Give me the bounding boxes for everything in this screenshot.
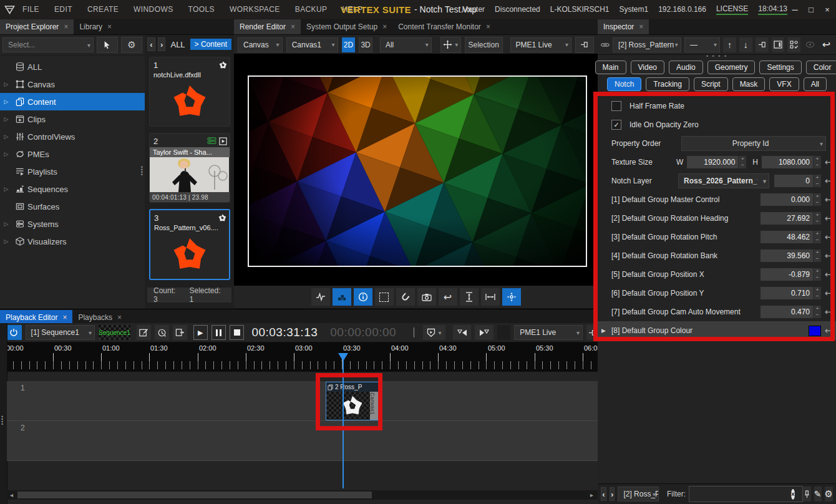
- pin-inspector-button[interactable]: [756, 37, 769, 52]
- value-field[interactable]: -0.879: [761, 268, 813, 281]
- content-item-ross-pattern[interactable]: 3 Ross_Pattern_v06....: [149, 209, 230, 280]
- revert-button[interactable]: ↩: [820, 37, 833, 52]
- maximize-button[interactable]: □: [805, 5, 817, 14]
- texture-height-stepper[interactable]: +−: [813, 156, 821, 168]
- close-button[interactable]: ×: [821, 5, 834, 14]
- sequence-thumbnail[interactable]: Sequence1: [99, 325, 130, 340]
- pause-button[interactable]: [211, 325, 226, 340]
- tree-item-visualizers[interactable]: ▷ Visualizers: [0, 233, 145, 250]
- value-field[interactable]: 48.462: [761, 231, 813, 243]
- canvas-type-dropdown[interactable]: Canvas▾: [238, 37, 283, 52]
- revert-icon[interactable]: ↩: [821, 288, 836, 299]
- canvas-select-dropdown[interactable]: Canvas1▾: [286, 37, 338, 52]
- fit-horizontal-button[interactable]: [481, 288, 500, 306]
- value-field[interactable]: 0.710: [761, 287, 813, 299]
- menu-backup[interactable]: BACKUP: [295, 5, 328, 14]
- breadcrumb-all[interactable]: ALL: [170, 40, 185, 49]
- mode-2d-button[interactable]: 2D: [342, 37, 356, 52]
- notch-layer-stepper[interactable]: +−: [813, 175, 821, 187]
- nav-forward-button[interactable]: ›: [158, 37, 166, 51]
- menu-windows[interactable]: WINDOWS: [134, 5, 173, 14]
- revert-icon[interactable]: ↩: [821, 213, 836, 224]
- value-field[interactable]: 39.560: [761, 250, 813, 262]
- edit-sequence-button[interactable]: [137, 325, 151, 340]
- inspector-target-dropdown[interactable]: [2] Ross_Pattern▾: [613, 37, 681, 52]
- content-item-video[interactable]: 2 Taylor Swift - Sha...: [149, 133, 230, 203]
- revert-icon[interactable]: ↩: [821, 306, 836, 317]
- play-button[interactable]: ▶: [193, 325, 208, 340]
- scroll-left-icon[interactable]: ◂: [7, 490, 16, 500]
- menu-workspace[interactable]: WORKSPACE: [230, 5, 280, 14]
- tree-item-content[interactable]: ▷ Content: [0, 93, 145, 110]
- pin-button[interactable]: [575, 37, 594, 53]
- menu-create[interactable]: CREATE: [87, 5, 119, 14]
- texture-height-field[interactable]: 1080.000: [762, 156, 813, 168]
- expander-icon[interactable]: ▷: [0, 133, 12, 140]
- category-audio[interactable]: Audio: [669, 61, 703, 74]
- sequence-dropdown[interactable]: [1] Sequence1▾: [26, 325, 95, 340]
- snapshot-button[interactable]: [417, 288, 436, 306]
- category-color[interactable]: Color: [806, 61, 836, 74]
- texture-width-stepper[interactable]: +−: [738, 156, 746, 168]
- timeline-clip-ross-pattern[interactable]: 2 Ross_P Canvas1: [326, 382, 379, 420]
- category-geometry[interactable]: Geometry: [707, 61, 756, 74]
- history-back-button[interactable]: ‹: [601, 487, 606, 501]
- breadcrumb-current[interactable]: > Content: [190, 39, 231, 50]
- texture-width-field[interactable]: 1920.000: [687, 156, 738, 168]
- expander-icon[interactable]: ▷: [0, 186, 12, 192]
- render-canvas[interactable]: [248, 75, 587, 267]
- info-overlay-button[interactable]: [354, 288, 372, 306]
- select-dropdown[interactable]: Select... ▾: [2, 37, 94, 52]
- property-grid-button[interactable]: [787, 37, 800, 52]
- expander-icon[interactable]: ▶: [601, 327, 611, 334]
- revert-icon[interactable]: ↩: [821, 194, 836, 205]
- value-field[interactable]: 27.692: [761, 212, 813, 225]
- layer-filter-dropdown[interactable]: All▾: [380, 37, 432, 52]
- track-2[interactable]: 2: [7, 421, 598, 461]
- tree-item-all[interactable]: ALL: [0, 58, 145, 75]
- panel-resize-handle[interactable]: ••••: [141, 166, 144, 176]
- half-frame-rate-checkbox[interactable]: [611, 101, 621, 111]
- fit-vertical-button[interactable]: [460, 288, 479, 306]
- snap-button[interactable]: [396, 288, 415, 306]
- subcategory-mask[interactable]: Mask: [732, 77, 766, 91]
- tab-content-transfer-monitor[interactable]: Content Transfer Monitor×: [392, 19, 496, 34]
- reset-view-button[interactable]: ↩: [439, 288, 457, 306]
- next-item-button[interactable]: ↓: [739, 37, 752, 52]
- clear-filter-icon[interactable]: ×: [791, 489, 795, 500]
- subcategory-tracking[interactable]: Tracking: [646, 77, 689, 91]
- pme-live-dropdown[interactable]: PME1 Live▾: [510, 37, 571, 52]
- value-field[interactable]: 0.000: [761, 193, 813, 206]
- revert-icon[interactable]: ↩: [821, 250, 836, 261]
- scroll-right-icon[interactable]: ▸: [587, 490, 596, 500]
- close-icon[interactable]: ×: [107, 19, 112, 34]
- pin-button[interactable]: [803, 487, 811, 502]
- revert-icon[interactable]: ↩: [821, 157, 836, 168]
- tab-inspector[interactable]: Inspector×: [598, 19, 649, 34]
- idle-on-opacity-checkbox[interactable]: ✓: [611, 120, 621, 130]
- notch-layer-index-field[interactable]: 0: [774, 175, 813, 187]
- property-order-dropdown[interactable]: Property Id▾: [681, 136, 826, 151]
- expander-icon[interactable]: ▷: [0, 116, 12, 122]
- value-stepper[interactable]: +−: [813, 306, 821, 318]
- pin-button[interactable]: [586, 325, 598, 340]
- revert-icon[interactable]: ↩: [821, 325, 836, 336]
- inspector-secondary-dropdown[interactable]: —▾: [684, 37, 720, 52]
- timeline-ruler[interactable]: 00:00 00:30 01:00 01:30 02:00 02:30 03:0…: [0, 342, 598, 372]
- track-1[interactable]: 1 2 Ross_P Canvas1: [7, 381, 598, 421]
- previous-cue-button[interactable]: [453, 325, 471, 340]
- subcategory-notch[interactable]: Notch: [607, 77, 641, 91]
- property-colour-row[interactable]: ▶ [8] Default Group Colour ↩: [598, 321, 836, 340]
- pixel-grid-button[interactable]: [333, 288, 351, 306]
- settings-button[interactable]: ⚙: [121, 37, 142, 53]
- marquee-select-button[interactable]: [375, 288, 394, 306]
- value-stepper[interactable]: +−: [813, 268, 821, 281]
- revert-icon[interactable]: ↩: [821, 231, 836, 243]
- visibility-button[interactable]: [804, 37, 817, 52]
- performance-graph-button[interactable]: [311, 288, 330, 306]
- timecode-mode-button[interactable]: [155, 325, 169, 340]
- tree-item-surfaces[interactable]: Surfaces: [0, 198, 145, 215]
- scrollbar-thumb[interactable]: [17, 492, 372, 498]
- category-main[interactable]: Main: [595, 61, 626, 74]
- cursor-tool-button[interactable]: [97, 37, 118, 53]
